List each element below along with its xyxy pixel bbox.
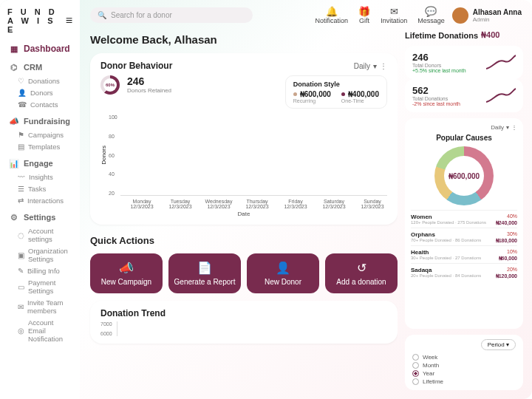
donor-behavior-period-select[interactable]: Daily ▾ ⋮ bbox=[354, 62, 387, 70]
quick-action-generate-a-report[interactable]: 📄Generate a Report bbox=[168, 253, 241, 293]
swap-icon: ⇄ bbox=[18, 197, 24, 205]
chart-icon: 📊 bbox=[9, 158, 19, 168]
contacts-icon: ☎ bbox=[18, 100, 27, 109]
donor-behavior-title: Donor Behaviour bbox=[100, 61, 172, 71]
nav-settings-email[interactable]: ◎Account Email Notification bbox=[18, 318, 72, 344]
more-icon: ⋮ bbox=[511, 124, 517, 131]
causes-period-select[interactable]: Daily▾⋮ bbox=[411, 124, 517, 131]
welcome-heading: Welcome Back, Alhasan bbox=[90, 33, 398, 46]
chevron-down-icon: ▾ bbox=[373, 62, 377, 70]
period-option-week[interactable]: Week bbox=[412, 353, 516, 361]
invitation-icon: ✉ bbox=[390, 6, 398, 17]
sidebar: F U N D A W I S E ≡ ▦Dashboard ⌬CRM ♡Don… bbox=[0, 0, 80, 399]
period-dropdown[interactable]: Period ▾ bbox=[481, 339, 516, 350]
period-option-month[interactable]: Month bbox=[412, 361, 516, 369]
notification-icon: 🔔 bbox=[326, 6, 338, 17]
nav-engage-insights[interactable]: 〰Insights bbox=[18, 172, 72, 182]
period-option-year[interactable]: Year bbox=[412, 369, 516, 378]
radio-icon bbox=[412, 354, 419, 361]
causes-donut-chart: ₦600,000 bbox=[434, 146, 494, 205]
nav-crm-donations[interactable]: ♡Donations bbox=[18, 76, 72, 86]
cause-item: 30%Orphans₦180,00070+ People Donated · 8… bbox=[411, 228, 517, 245]
user-role: Admin bbox=[473, 16, 522, 23]
gift-icon: 🎁 bbox=[358, 6, 370, 17]
nav-fundraising[interactable]: 📣Fundraising bbox=[7, 115, 72, 128]
user-name: Alhasan Anna bbox=[473, 8, 522, 16]
quick-action-add-a-donation[interactable]: ↺Add a donation bbox=[325, 253, 398, 293]
quick-actions-title: Quick Actions bbox=[90, 235, 398, 246]
megaphone-icon: 📣 bbox=[9, 116, 19, 126]
billing-icon: ✎ bbox=[18, 267, 24, 275]
quick-action-new-donor[interactable]: 👤New Donor bbox=[247, 253, 319, 293]
brand-logo: F U N D A W I S E bbox=[7, 7, 66, 34]
nav-crm[interactable]: ⌬CRM bbox=[7, 61, 72, 74]
invite-icon: ✉ bbox=[18, 303, 24, 311]
donor-behavior-card: Donor Behaviour Daily ▾ ⋮ 60% 246 Donors… bbox=[90, 53, 398, 225]
cause-item: 40%Women₦240,000120+ People Donated · 27… bbox=[411, 210, 517, 228]
avatar bbox=[452, 7, 468, 24]
retention-gauge: 60% bbox=[100, 75, 120, 95]
cause-item: 20%Sadaqa₦120,00020+ People Donated · 84… bbox=[411, 263, 517, 281]
mail-icon: ◎ bbox=[18, 327, 24, 335]
topnav-message[interactable]: 💬Message bbox=[417, 6, 445, 24]
donation-trend-card: Donation Trend 70006000 bbox=[90, 301, 398, 344]
radio-icon bbox=[412, 362, 419, 369]
menu-toggle-icon[interactable]: ≡ bbox=[66, 14, 72, 27]
topnav-notification[interactable]: 🔔Notification bbox=[316, 6, 349, 24]
topnav-invitation[interactable]: ✉Invitation bbox=[381, 6, 407, 24]
person-icon: 👤 bbox=[18, 89, 27, 97]
topbar: 🔍 Search for a donor 🔔Notification🎁Gift✉… bbox=[80, 0, 532, 30]
message-icon: 💬 bbox=[425, 6, 437, 17]
radio-icon bbox=[412, 378, 419, 385]
nav-fundraising-templates[interactable]: ▤Templates bbox=[18, 142, 72, 151]
grid-icon: ▦ bbox=[9, 44, 19, 54]
nav-settings-payment[interactable]: ▭Payment Settings bbox=[18, 278, 72, 296]
nav-engage-interactions[interactable]: ⇄Interactions bbox=[18, 196, 72, 205]
user-icon: ◌ bbox=[18, 231, 24, 239]
nav-settings-billing[interactable]: ✎Billing Info bbox=[18, 266, 72, 276]
gear-icon: ⚙ bbox=[9, 212, 19, 222]
period-option-lifetime[interactable]: Lifetime bbox=[412, 378, 516, 386]
donors-retained-count: 246 bbox=[127, 75, 171, 87]
list-icon: ☰ bbox=[18, 185, 24, 193]
cause-item: 10%Health₦60,00030+ People Donated · 27 … bbox=[411, 245, 517, 263]
user-chip[interactable]: Alhasan Anna Admin bbox=[452, 7, 522, 24]
nav-settings-org[interactable]: ▣Organization Settings bbox=[18, 246, 72, 264]
nav-engage-tasks[interactable]: ☰Tasks bbox=[18, 184, 72, 194]
chevron-down-icon: ▾ bbox=[506, 124, 509, 131]
pulse-icon: 〰 bbox=[18, 173, 25, 181]
search-input[interactable]: 🔍 Search for a donor bbox=[90, 7, 253, 23]
popular-causes-card: Daily▾⋮ Popular Causes ₦600,000 40%Women… bbox=[405, 118, 523, 329]
donor-behavior-chart: Donors 10080604020 bbox=[100, 115, 387, 196]
radio-icon bbox=[412, 370, 419, 377]
nav-settings-account[interactable]: ◌Account settings bbox=[18, 226, 72, 244]
card-icon: ▭ bbox=[18, 283, 24, 291]
trend-period-card: Period ▾ WeekMonthYearLifetime bbox=[405, 335, 523, 390]
stat-card: 246Total Donors+5.5% since last month bbox=[405, 46, 523, 79]
lifetime-donations-title: Lifetime Donations ₦400 bbox=[405, 30, 523, 40]
heart-icon: ♡ bbox=[18, 77, 24, 85]
topnav-gift[interactable]: 🎁Gift bbox=[358, 6, 370, 24]
template-icon: ▤ bbox=[18, 143, 24, 151]
stat-card: 562Total Donations-2% since last month bbox=[405, 79, 523, 112]
donation-style-card: Donation Style ₦600,000Recurring ₦400,00… bbox=[285, 75, 387, 109]
users-icon: ⌬ bbox=[9, 62, 19, 72]
nav-settings[interactable]: ⚙Settings bbox=[7, 211, 72, 224]
nav-engage[interactable]: 📊Engage bbox=[7, 157, 72, 170]
nav-crm-contacts[interactable]: ☎Contacts bbox=[18, 100, 72, 109]
quick-action-new-campaign[interactable]: 📣New Campaign bbox=[90, 253, 163, 293]
more-icon: ⋮ bbox=[380, 62, 387, 70]
org-icon: ▣ bbox=[18, 251, 24, 259]
nav-dashboard[interactable]: ▦Dashboard bbox=[7, 42, 72, 55]
nav-settings-invite[interactable]: ✉Invite Team members bbox=[18, 298, 72, 316]
nav-crm-donors[interactable]: 👤Donors bbox=[18, 88, 72, 98]
search-icon: 🔍 bbox=[98, 11, 106, 19]
nav-fundraising-campaigns[interactable]: ⚑Campaigns bbox=[18, 130, 72, 140]
flag-icon: ⚑ bbox=[18, 131, 24, 139]
